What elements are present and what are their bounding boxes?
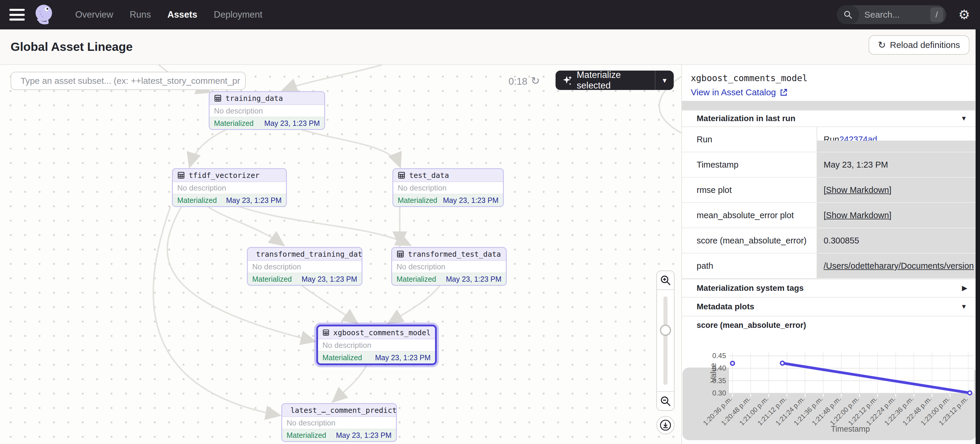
asset-filter-placeholder: Type an asset subset... (ex: ++latest_st… [21,76,240,86]
asset-node-latest_comment_predictions[interactable]: latest_…_comment_predictionsNo descripti… [281,403,397,442]
asset-description: No description [282,417,396,429]
status-badge: Materialized [286,431,326,439]
score-line-chart: 1:20:36 p.m.1:20:48 p.m.1:21:00 p.m.1:21… [682,334,980,444]
nav-item-runs[interactable]: Runs [130,10,151,20]
asset-node-xgboost_comments_model[interactable]: xgboost_comments_modelNo descriptionMate… [316,325,437,365]
metadata-label: Run [682,127,816,152]
nav-items: OverviewRunsAssetsDeployment [75,10,262,20]
asset-node-header: tfidf_vectorizer [173,169,286,182]
page-title: Global Asset Lineage [11,40,132,54]
asset-description: No description [173,182,286,194]
asset-name: latest_…_comment_predictions [290,406,397,415]
asset-description: No description [392,261,506,272]
materialize-selected-button[interactable]: Materialize selected ▾ [555,70,674,90]
metadata-value-link[interactable]: [Show Markdown] [824,185,891,195]
table-icon [177,172,185,179]
metadata-value-link[interactable]: /Users/odetteharary/Documents/version [824,261,974,271]
materialization-timestamp[interactable]: May 23, 1:23 PM [443,196,498,205]
reload-definitions-button[interactable]: ↻ Reload definitions [869,35,969,55]
zoom-slider-rail [663,296,668,385]
status-badge: Materialized [323,353,362,362]
metadata-value-link[interactable]: [Show Markdown] [824,210,891,220]
materialization-timestamp[interactable]: May 23, 1:23 PM [226,196,282,205]
settings-gear-icon[interactable]: ⚙ [959,8,970,21]
asset-node-test_data[interactable]: test_dataNo descriptionMaterializedMay 2… [392,168,504,207]
materialization-timestamp[interactable]: May 23, 1:23 PM [302,275,357,283]
metadata-value: Run 242374ad [816,127,980,152]
asset-node-header: training_data [210,92,324,105]
run-id-link[interactable]: 242374ad [839,135,877,144]
table-icon [396,250,404,258]
page-header: Global Asset Lineage ↻ Reload definition… [0,29,980,65]
hamburger-menu-icon[interactable] [10,9,25,21]
edge-offscreen-top-to-training_data [284,65,382,90]
edge-xgboost_comments_model-to-latest_comment_predictions [334,363,368,401]
search-shortcut-badge: / [930,7,943,22]
view-in-asset-catalog-link[interactable]: View in Asset Catalog [691,88,788,97]
metadata-label: Timestamp [682,152,816,178]
run-prefix: Run [824,135,839,144]
nav-item-assets[interactable]: Assets [167,10,197,20]
dagster-logo[interactable] [33,3,55,26]
panel-horizontal-scrollbar[interactable] [682,101,975,110]
zoom-in-button[interactable] [657,271,674,290]
metadata-label: rmse plot [682,178,816,203]
nav-item-overview[interactable]: Overview [75,10,113,20]
table-icon [398,172,405,179]
y-tick-label: 0.45 [712,352,726,360]
asset-node-training_data[interactable]: training_dataNo descriptionMaterializedM… [209,91,325,130]
asset-name: transformed_training_data [256,250,363,258]
asset-name: tfidf_vectorizer [189,171,259,180]
materialization-timestamp[interactable]: May 23, 1:23 PM [375,353,431,362]
section-materialization-system-tags[interactable]: Materialization system tags ▶ [682,279,980,298]
sparkle-icon [562,75,573,86]
materialization-timestamp[interactable]: May 23, 1:23 PM [336,431,391,439]
window-edge-scrollbar[interactable] [975,29,980,444]
search-input[interactable]: Search... / [837,5,946,24]
table-icon [214,94,222,102]
metadata-label: path [682,253,816,279]
asset-description: No description [393,182,503,194]
status-badge: Materialized [396,275,436,283]
metadata-value: 0.300855 [816,228,980,253]
zoom-slider[interactable] [657,290,674,391]
asset-node-transformed_test_data[interactable]: transformed_test_dataNo descriptionMater… [391,247,507,286]
asset-status-row: MaterializedMay 23, 1:23 PM [210,117,324,129]
asset-status-row: MaterializedMay 23, 1:23 PM [173,194,286,206]
section-materialization-last-run[interactable]: Materialization in last run ▼ [682,110,980,127]
x-axis-title: Timestamp [831,425,870,433]
reload-icon: ↻ [878,40,886,50]
materialization-timestamp[interactable]: May 23, 1:23 PM [446,275,501,283]
nav-item-deployment[interactable]: Deployment [214,10,262,20]
zoom-controls [656,271,675,434]
graph-refresh-icon[interactable]: ↻ [531,75,540,87]
asset-status-row: MaterializedMay 23, 1:23 PM [393,194,503,206]
y-axis-title: Value [709,363,718,382]
download-graph-button[interactable] [656,416,675,434]
asset-node-tfidf_vectorizer[interactable]: tfidf_vectorizerNo descriptionMaterializ… [172,168,287,207]
status-badge: Materialized [177,196,217,205]
section-metadata-plots[interactable]: Metadata plots ▼ [682,298,980,317]
asset-status-row: MaterializedMay 23, 1:23 PM [248,272,361,285]
asset-description: No description [210,105,324,117]
asset-node-transformed_training_data[interactable]: transformed_training_dataNo descriptionM… [247,247,363,286]
refresh-timer: 0:18 [509,76,527,87]
zoom-out-button[interactable] [657,391,674,410]
status-badge: Materialized [252,275,292,283]
asset-details-panel: xgboost_comments_model View in Asset Cat… [681,65,980,444]
data-point[interactable] [780,361,784,365]
asset-node-header: test_data [393,169,503,182]
lineage-graph-canvas[interactable]: training_dataNo descriptionMaterializedM… [0,65,681,444]
asset-name: test_data [409,171,449,180]
data-point[interactable] [731,361,735,365]
materialization-timestamp[interactable]: May 23, 1:23 PM [264,119,320,127]
zoom-slider-knob[interactable] [660,325,671,336]
asset-name: training_data [226,94,283,103]
data-point[interactable] [968,391,972,395]
asset-filter-input[interactable]: Type an asset subset... (ex: ++latest_st… [11,72,246,90]
metadata-plot-title: score (mean_absolute_error) [682,317,980,334]
materialize-dropdown-caret[interactable]: ▾ [655,70,674,90]
metadata-value: /Users/odetteharary/Documents/version [816,253,980,279]
reload-definitions-label: Reload definitions [890,40,960,50]
metadata-row-run: RunRun 242374ad [682,127,980,152]
